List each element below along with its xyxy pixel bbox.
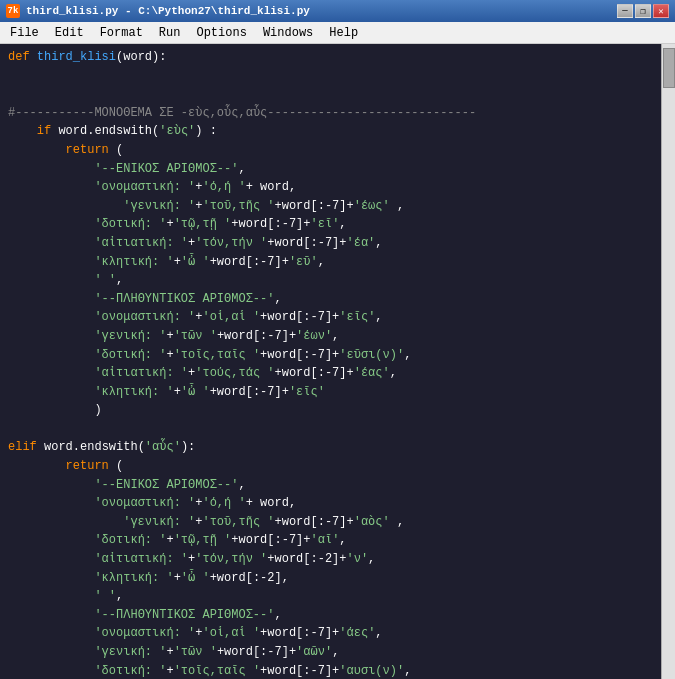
menu-windows[interactable]: Windows	[257, 24, 319, 42]
scrollbar-thumb[interactable]	[663, 48, 675, 88]
editor-container: def third_klisi(word): #-----------ΜΟΝΟΘ…	[0, 44, 675, 679]
menu-help[interactable]: Help	[323, 24, 364, 42]
menu-format[interactable]: Format	[94, 24, 149, 42]
window-title: third_klisi.py - C:\Python27\third_klisi…	[26, 5, 310, 17]
menu-edit[interactable]: Edit	[49, 24, 90, 42]
minimize-button[interactable]: —	[617, 4, 633, 18]
menu-bar: File Edit Format Run Options Windows Hel…	[0, 22, 675, 44]
menu-options[interactable]: Options	[190, 24, 252, 42]
app-icon: 7k	[6, 4, 20, 18]
menu-run[interactable]: Run	[153, 24, 187, 42]
title-bar: 7k third_klisi.py - C:\Python27\third_kl…	[0, 0, 675, 22]
window-controls[interactable]: — ❐ ✕	[617, 4, 669, 18]
restore-button[interactable]: ❐	[635, 4, 651, 18]
menu-file[interactable]: File	[4, 24, 45, 42]
editor-content[interactable]: def third_klisi(word): #-----------ΜΟΝΟΘ…	[0, 44, 661, 679]
title-bar-left: 7k third_klisi.py - C:\Python27\third_kl…	[6, 4, 310, 18]
close-button[interactable]: ✕	[653, 4, 669, 18]
scrollbar[interactable]	[661, 44, 675, 679]
code-display: def third_klisi(word): #-----------ΜΟΝΟΘ…	[8, 48, 653, 679]
